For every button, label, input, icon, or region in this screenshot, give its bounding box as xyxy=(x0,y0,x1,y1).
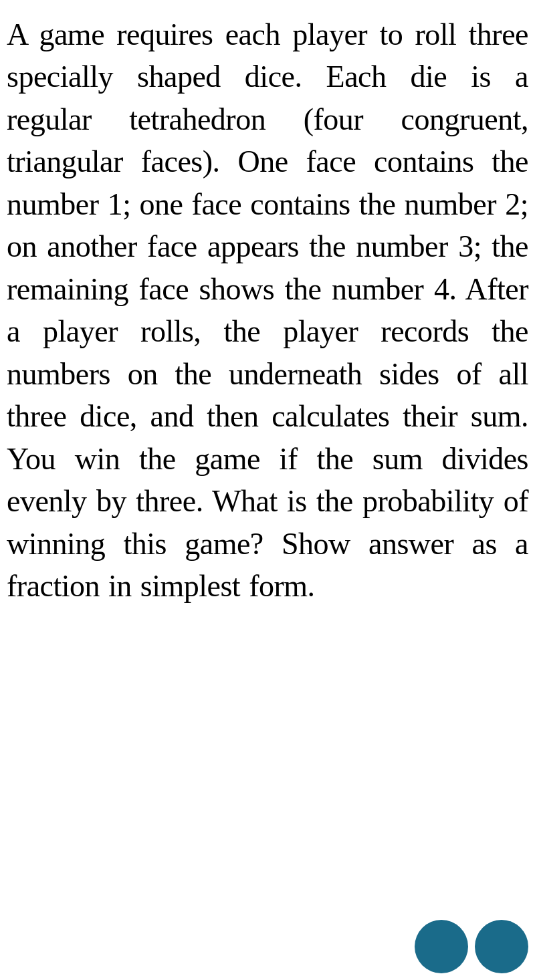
circle-left xyxy=(415,920,468,973)
circle-right xyxy=(475,920,528,973)
problem-text: A game requires each player to roll thre… xyxy=(7,13,528,608)
bottom-decoration xyxy=(0,913,535,980)
page-container: A game requires each player to roll thre… xyxy=(0,0,535,980)
